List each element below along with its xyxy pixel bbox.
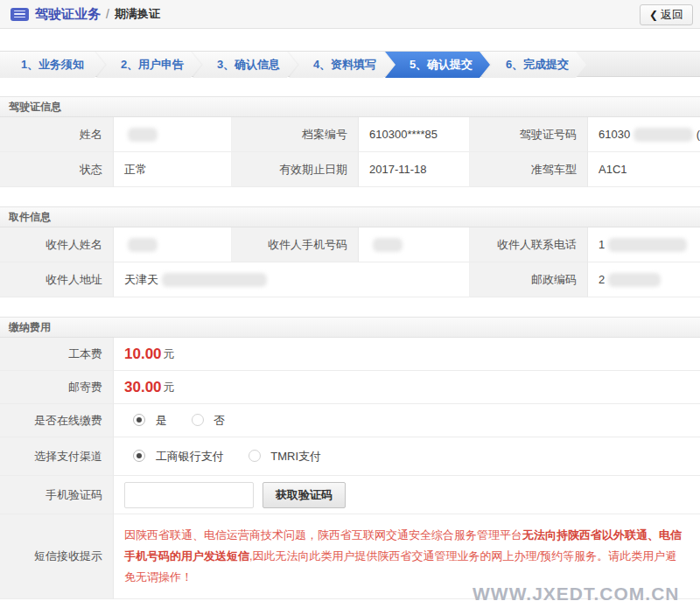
tab-step-1[interactable]: 1、业务须知 [0, 52, 105, 78]
redacted-name [128, 128, 158, 142]
tab-step-3[interactable]: 3、确认信息 [192, 52, 298, 78]
mail-fee-unit: 元 [164, 380, 175, 395]
name-label: 姓名 [0, 117, 114, 152]
document-icon [10, 8, 29, 21]
online-pay-no-option[interactable]: 否 [192, 413, 226, 429]
section-payment: 缴纳费用 工本费 10.00 元 邮寄费 30.00 元 是否在线缴费 是 [0, 317, 700, 599]
work-fee-unit: 元 [164, 346, 175, 362]
online-pay-yes-option[interactable]: 是 [133, 413, 167, 429]
online-pay-yes-label: 是 [156, 414, 167, 427]
license-renewal-page: 驾驶证业务 / 期满换证 ❮ 返回 1、业务须知 2、用户申告 3、确认信息 4… [0, 0, 700, 608]
license-no-value: 61030 ( [588, 117, 700, 152]
section-title-payment: 缴纳费用 [0, 317, 700, 338]
redacted-phone [608, 238, 687, 252]
license-no-label: 驾驶证号码 [470, 117, 588, 152]
vehicle-class-label: 准驾车型 [470, 152, 588, 187]
back-button[interactable]: ❮ 返回 [640, 4, 693, 25]
recipient-address-label: 收件人地址 [0, 262, 114, 297]
channel-icbc-option[interactable]: 工商银行支付 [133, 449, 224, 465]
name-value [114, 117, 232, 152]
radio-unselected-icon[interactable] [192, 414, 204, 426]
section-pickup-info: 取件信息 收件人姓名 收件人手机号码 收件人联系电话 1 收件人地址 天津天 邮… [0, 206, 700, 297]
chevron-left-icon: ❮ [649, 9, 658, 21]
work-fee-amount: 10.00 [124, 346, 162, 363]
payment-table: 工本费 10.00 元 邮寄费 30.00 元 是否在线缴费 是 否 [0, 338, 700, 599]
channel-tmri-option[interactable]: TMRI支付 [248, 449, 321, 465]
online-pay-no-label: 否 [214, 414, 225, 427]
license-no-prefix: 61030 [598, 128, 630, 141]
file-no-value: 610300****85 [359, 117, 470, 152]
recipient-address-value: 天津天 [114, 262, 470, 297]
back-button-label: 返回 [661, 7, 683, 23]
expiry-label: 有效期止日期 [232, 152, 359, 187]
radio-selected-icon[interactable] [133, 414, 145, 426]
recipient-mobile-label: 收件人手机号码 [232, 227, 359, 262]
channel-icbc-label: 工商银行支付 [156, 450, 224, 463]
redacted-recipient-name [128, 238, 158, 252]
recipient-name-value [114, 227, 232, 262]
radio-selected-icon[interactable] [133, 450, 145, 462]
vehicle-class-value: A1C1 [588, 152, 700, 187]
page-title: 驾驶证业务 [35, 6, 101, 23]
postcode-value: 2 [588, 262, 700, 297]
status-label: 状态 [0, 152, 114, 187]
redacted-mobile [373, 238, 402, 252]
section-title-license: 驾驶证信息 [0, 96, 700, 117]
recipient-name-label: 收件人姓名 [0, 227, 114, 262]
sms-code-input[interactable] [124, 482, 254, 508]
mail-fee-amount: 30.00 [124, 379, 162, 396]
license-info-table: 姓名 档案编号 610300****85 驾驶证号码 61030 ( 状态 正常… [0, 117, 700, 187]
recipient-phone-label: 收件人联系电话 [470, 227, 588, 262]
pickup-info-table: 收件人姓名 收件人手机号码 收件人联系电话 1 收件人地址 天津天 邮政编码 2 [0, 227, 700, 297]
address-prefix: 天津天 [124, 272, 158, 288]
postcode-prefix: 2 [598, 273, 605, 286]
section-title-pickup: 取件信息 [0, 206, 700, 227]
breadcrumb-separator: / [106, 7, 109, 21]
expiry-value: 2017-11-18 [359, 152, 470, 187]
pay-channel-label: 选择支付渠道 [0, 437, 114, 476]
sms-tip-label: 短信接收提示 [0, 514, 114, 599]
breadcrumb-current: 期满换证 [115, 6, 160, 22]
redacted-postcode [608, 273, 661, 287]
channel-tmri-label: TMRI支付 [270, 450, 321, 463]
top-header: 驾驶证业务 / 期满换证 ❮ 返回 [0, 0, 700, 29]
phone-prefix: 1 [598, 238, 605, 251]
tab-step-6[interactable]: 6、完成提交 [481, 52, 586, 78]
tab-step-5-active[interactable]: 5、确认提交 [385, 52, 490, 78]
sms-tip-text: 因陕西省联通、电信运营商技术问题，陕西省互联网交通安全综合服务管理平台无法向持陕… [114, 514, 700, 599]
mail-fee-label: 邮寄费 [0, 371, 114, 404]
sms-code-row: 获取验证码 [114, 476, 700, 514]
recipient-mobile-value [359, 227, 470, 262]
tab-step-2[interactable]: 2、用户申告 [96, 52, 201, 78]
tab-step-4[interactable]: 4、资料填写 [289, 52, 394, 78]
mail-fee-value: 30.00 元 [114, 371, 700, 404]
work-fee-label: 工本费 [0, 338, 114, 371]
redacted-address [162, 273, 267, 287]
sms-tip-part1: 因陕西省联通、电信运营商技术问题，陕西省互联网交通安全综合服务管理平台 [124, 528, 522, 542]
license-no-suffix: ( [696, 128, 700, 141]
online-pay-options: 是 否 [114, 404, 700, 437]
pay-channel-options: 工商银行支付 TMRI支付 [114, 437, 700, 476]
status-value: 正常 [114, 152, 232, 187]
step-tabs: 1、业务须知 2、用户申告 3、确认信息 4、资料填写 5、确认提交 6、完成提… [0, 51, 700, 77]
postcode-label: 邮政编码 [470, 262, 588, 297]
radio-unselected-icon[interactable] [248, 450, 261, 462]
get-code-button[interactable]: 获取验证码 [262, 482, 346, 508]
recipient-phone-value: 1 [588, 227, 700, 262]
file-no-label: 档案编号 [232, 117, 359, 152]
redacted-license-no [634, 128, 693, 142]
work-fee-value: 10.00 元 [114, 338, 700, 371]
sms-code-label: 手机验证码 [0, 476, 114, 514]
section-license-info: 驾驶证信息 姓名 档案编号 610300****85 驾驶证号码 61030 (… [0, 96, 700, 187]
online-pay-label: 是否在线缴费 [0, 404, 114, 437]
